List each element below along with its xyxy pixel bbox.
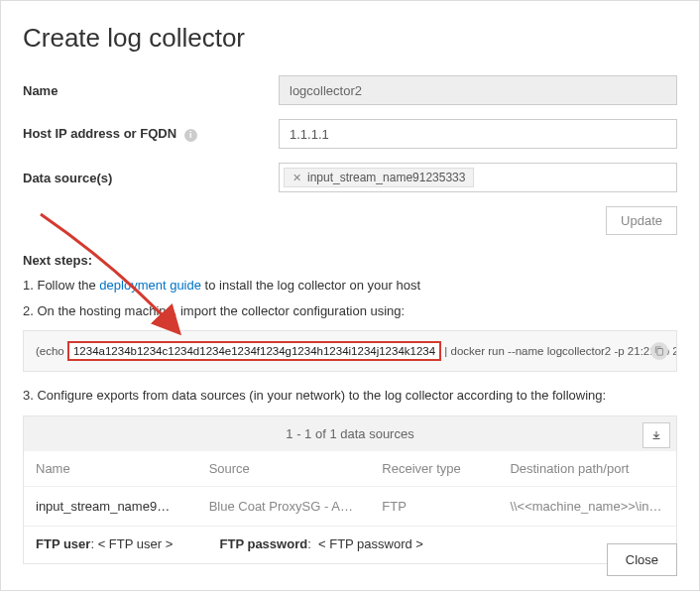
copy-command-button[interactable] [650,342,668,360]
host-input[interactable] [279,119,677,149]
step-2: 2. On the hosting machine, import the co… [23,301,677,321]
deployment-guide-link[interactable]: deployment guide [99,278,201,293]
datasource-tag[interactable]: ✕ input_stream_name91235333 [284,168,474,187]
download-button[interactable] [642,422,670,448]
command-box: (echo 1234a1234b1234c1234d1234e1234f1234… [23,330,677,372]
ftp-pwd-value: < FTP password > [318,536,423,551]
cmd-token-highlight: 1234a1234b1234c1234d1234e1234f1234g1234h… [67,341,441,361]
dialog-title: Create log collector [23,23,677,54]
form-row-host: Host IP address or FQDN i [23,119,677,149]
th-receiver: Receiver type [370,451,498,487]
update-button[interactable]: Update [606,206,677,235]
th-name: Name [24,451,197,487]
form-row-name: Name [23,75,677,105]
ftp-user-value: < FTP user > [98,536,174,551]
host-label: Host IP address or FQDN i [23,126,279,141]
cell-source: Blue Coat ProxySG - Access l… [197,486,371,526]
cmd-pre: (echo [36,345,67,357]
host-label-text: Host IP address or FQDN [23,126,176,141]
create-log-collector-dialog: Create log collector Name Host IP addres… [0,0,700,591]
table-summary: 1 - 1 of 1 data sources [286,426,413,441]
cell-dest: \\<<machine_name>>\input_stre… [498,486,676,526]
datasources-table: Name Source Receiver type Destination pa… [24,451,676,527]
table-summary-bar: 1 - 1 of 1 data sources [24,416,676,451]
step-1: 1. Follow the deployment guide to instal… [23,276,677,296]
table-header-row: Name Source Receiver type Destination pa… [24,451,676,487]
ftp-pwd-label: FTP password [220,536,308,551]
datasources-table-wrap: 1 - 1 of 1 data sources Name Source Rece… [23,415,677,564]
datasource-tag-label: input_stream_name91235333 [307,171,465,184]
cell-receiver: FTP [370,486,498,526]
download-icon [650,429,662,441]
step1-pre: 1. Follow the [23,278,99,293]
close-button[interactable]: Close [607,543,677,576]
info-icon[interactable]: i [184,129,197,142]
cmd-post: | docker run --name logcollector2 -p 21:… [444,345,677,357]
step-3: 3. Configure exports from data sources (… [23,386,677,406]
name-input[interactable] [279,75,677,105]
copy-icon [654,346,664,356]
ftp-credentials: FTP user: < FTP user > FTP password: < F… [24,527,676,563]
next-steps-title: Next steps: [23,253,677,268]
datasources-label: Data source(s) [23,171,279,185]
th-source: Source [197,451,371,487]
remove-tag-icon[interactable]: ✕ [292,172,301,184]
table-row[interactable]: input_stream_name9… Blue Coat ProxySG - … [24,486,676,526]
cell-name: input_stream_name9… [24,486,197,526]
th-dest: Destination path/port [498,451,676,487]
ftp-user-label: FTP user [36,536,90,551]
form-row-datasources: Data source(s) ✕ input_stream_name912353… [23,163,677,192]
name-label: Name [23,83,279,98]
step1-post: to install the log collector on your hos… [201,278,420,293]
datasources-input[interactable]: ✕ input_stream_name91235333 [279,163,677,192]
